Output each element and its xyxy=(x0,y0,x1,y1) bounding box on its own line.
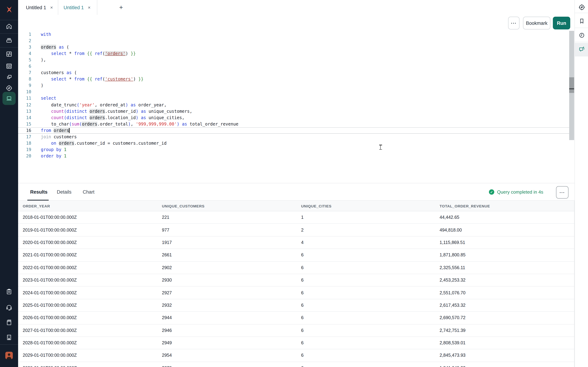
code-line-18[interactable]: on orders.customer_id = customers.custom… xyxy=(41,140,238,146)
sidebar-headset-icon[interactable] xyxy=(0,301,18,313)
code-line-7[interactable]: customers as ( xyxy=(41,70,238,76)
table-cell: 1,115,869.51 xyxy=(440,236,571,249)
table-row[interactable]: 2022-01-01T00:00:00.000Z290262,325,556.1… xyxy=(18,261,574,274)
tab-chart[interactable]: Chart xyxy=(83,183,95,201)
table-row[interactable]: 2024-01-01T00:00:00.000Z292762,551,076.7… xyxy=(18,287,574,299)
code-line-16[interactable]: from orders xyxy=(41,127,238,133)
line-number: 18 xyxy=(18,140,31,146)
user-avatar[interactable] xyxy=(0,349,18,362)
panel-history-icon[interactable] xyxy=(575,29,588,41)
line-number: 14 xyxy=(18,114,31,121)
column-header-order_year[interactable]: ORDER_YEAR xyxy=(23,201,162,211)
code-line-4[interactable]: select * from {{ ref('orders') }} xyxy=(41,50,238,57)
table-row[interactable]: 2026-01-01T00:00:00.000Z294462,690,570.7… xyxy=(18,312,574,324)
sidebar-clipboard-icon[interactable] xyxy=(0,285,18,298)
divider xyxy=(575,56,588,56)
run-button[interactable]: Run xyxy=(553,17,570,29)
line-number: 6 xyxy=(18,63,31,69)
table-row[interactable]: 2027-01-01T00:00:00.000Z294662,742,751.3… xyxy=(18,324,574,337)
code-line-9[interactable]: ) xyxy=(41,83,238,89)
tab-details[interactable]: Details xyxy=(57,183,71,201)
tab-untitled-1[interactable]: Untitled 1 ✕ xyxy=(20,0,60,15)
table-row[interactable]: 2030-01-01T00:00:00.000Z287961,841,049.3… xyxy=(18,362,574,367)
close-icon[interactable]: ✕ xyxy=(49,5,54,10)
line-number: 9 xyxy=(18,83,31,89)
sql-editor[interactable]: 1234567891011121314151617181920 withorde… xyxy=(18,31,574,183)
table-cell: 2,453,253.32 xyxy=(440,274,571,286)
table-cell: 2661 xyxy=(162,249,301,261)
code-area[interactable]: withorders as ( select * from {{ ref('or… xyxy=(41,31,238,159)
panel-bookmark-icon[interactable] xyxy=(575,15,588,27)
table-cell: 4 xyxy=(301,236,440,249)
table-cell: 2944 xyxy=(162,312,301,324)
tab-results[interactable]: Results xyxy=(30,183,48,201)
table-row[interactable]: 2021-01-01T00:00:00.000Z266161,871,800.8… xyxy=(18,249,574,261)
panel-compass-icon[interactable] xyxy=(575,1,588,13)
table-cell: 2018-01-01T00:00:00.000Z xyxy=(23,211,162,224)
table-row[interactable]: 2020-01-01T00:00:00.000Z191741,115,869.5… xyxy=(18,236,574,249)
query-status-text: Query completed in 4s xyxy=(497,189,543,195)
table-row[interactable]: 2019-01-01T00:00:00.000Z9772494,818.00 xyxy=(18,224,574,236)
line-number: 4 xyxy=(18,50,31,57)
table-cell: 2027-01-01T00:00:00.000Z xyxy=(23,324,162,336)
new-tab-button[interactable]: + xyxy=(116,0,126,15)
table-cell: 2,808,539.01 xyxy=(440,337,571,349)
code-line-12[interactable]: date_trunc('year', ordered_at) as order_… xyxy=(41,102,238,108)
table-cell: 2,325,556.11 xyxy=(440,261,571,274)
sidebar-home-icon[interactable] xyxy=(0,20,18,33)
tab-separator xyxy=(97,0,97,15)
hex-logo[interactable] xyxy=(0,3,18,16)
line-number: 10 xyxy=(18,89,31,95)
editor-scrollbar[interactable] xyxy=(569,31,574,140)
table-cell: 2,690,570.72 xyxy=(440,312,571,324)
more-options-button[interactable]: ··· xyxy=(508,17,519,29)
table-cell: 2023-01-01T00:00:00.000Z xyxy=(23,274,162,286)
table-row[interactable]: 2028-01-01T00:00:00.000Z294962,808,539.0… xyxy=(18,337,574,350)
scrollbar-thumb[interactable] xyxy=(569,77,574,93)
column-header-total_order_revenue[interactable]: TOTAL_ORDER_REVENUE xyxy=(440,201,571,211)
code-line-19[interactable]: group by 1 xyxy=(41,146,238,153)
code-line-13[interactable]: count(distinct orders.customer_id) as un… xyxy=(41,108,238,114)
code-line-3[interactable]: orders as ( xyxy=(41,44,238,50)
code-line-8[interactable]: select * from {{ ref('customers') }} xyxy=(41,76,238,83)
table-cell: 2024-01-01T00:00:00.000Z xyxy=(23,287,162,299)
table-cell: 2954 xyxy=(162,350,301,362)
tab-untitled-2[interactable]: Untitled 1 ✕ xyxy=(58,0,97,15)
sidebar-book-icon[interactable] xyxy=(0,316,18,329)
table-cell: 1,871,800.85 xyxy=(440,249,571,261)
code-line-15[interactable]: to_char(sum(orders.order_total), '999,99… xyxy=(41,121,238,127)
column-header-unique_cities[interactable]: UNIQUE_CITIES xyxy=(301,201,440,211)
table-row[interactable]: 2018-01-01T00:00:00.000Z221144,442.65 xyxy=(18,211,574,224)
line-number: 2 xyxy=(18,38,31,44)
column-header-unique_customers[interactable]: UNIQUE_CUSTOMERS xyxy=(162,201,301,211)
table-header-row: ORDER_YEARUNIQUE_CUSTOMERSUNIQUE_CITIEST… xyxy=(18,201,574,211)
sidebar-drawer-icon[interactable] xyxy=(0,34,18,46)
bookmark-button[interactable]: Bookmark xyxy=(523,17,550,29)
code-line-11[interactable]: select xyxy=(41,95,238,102)
code-line-17[interactable]: join customers xyxy=(41,134,238,140)
mouse-ibeam-cursor xyxy=(378,145,383,150)
table-row[interactable]: 2025-01-01T00:00:00.000Z293262,617,453.3… xyxy=(18,299,574,312)
sidebar-grid-icon[interactable] xyxy=(0,48,18,60)
table-cell: 2927 xyxy=(162,287,301,299)
code-line-1[interactable]: with xyxy=(41,31,238,38)
table-row[interactable]: 2023-01-01T00:00:00.000Z293062,453,253.3… xyxy=(18,274,574,287)
sidebar-building-icon[interactable] xyxy=(0,331,18,344)
line-number: 12 xyxy=(18,102,31,108)
line-number: 20 xyxy=(18,153,31,159)
code-line-5[interactable]: ), xyxy=(41,57,238,63)
code-line-10[interactable] xyxy=(41,89,238,95)
table-cell: 1917 xyxy=(162,236,301,249)
close-icon[interactable]: ✕ xyxy=(87,5,91,10)
code-line-6[interactable] xyxy=(41,63,238,69)
sidebar-laptop-icon[interactable] xyxy=(0,92,18,105)
results-more-options-button[interactable]: ··· xyxy=(556,186,569,199)
table-cell: 2949 xyxy=(162,337,301,349)
code-line-2[interactable] xyxy=(41,38,238,44)
code-line-14[interactable]: count(distinct orders.location_id) as un… xyxy=(41,114,238,121)
table-cell: 6 xyxy=(301,287,440,299)
divider xyxy=(0,344,18,345)
panel-ai-chat-icon[interactable] xyxy=(575,43,588,55)
code-line-20[interactable]: order by 1 xyxy=(41,153,238,159)
table-row[interactable]: 2029-01-01T00:00:00.000Z295462,845,473.9… xyxy=(18,350,574,362)
